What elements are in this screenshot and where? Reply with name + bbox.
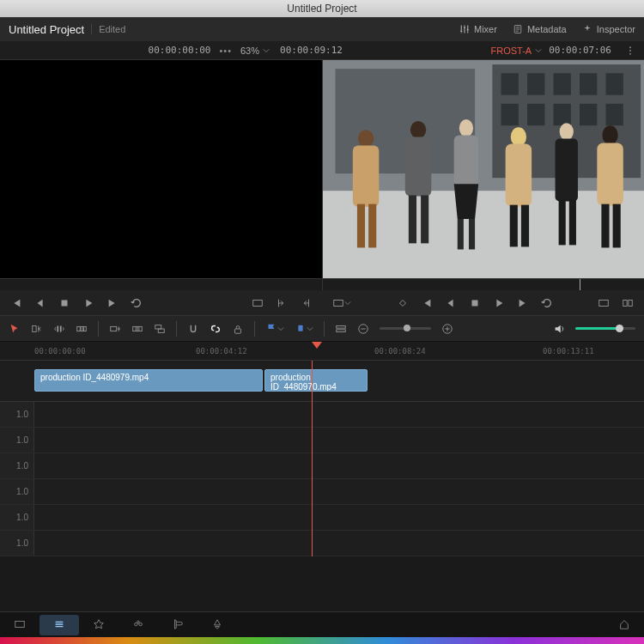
chevron-down-icon (307, 325, 313, 332)
svg-rect-66 (337, 325, 346, 328)
selection-tool[interactable] (9, 323, 21, 335)
mark-in-button[interactable] (276, 297, 288, 309)
split-view-button[interactable] (622, 297, 634, 309)
record-transport (322, 290, 644, 315)
mixer-button[interactable]: Mixer (459, 24, 497, 34)
volume-slider[interactable] (575, 327, 635, 330)
append-button[interactable] (109, 323, 121, 335)
sparkle-icon (582, 24, 592, 34)
svg-rect-16 (501, 104, 518, 125)
svg-point-30 (459, 119, 472, 137)
audio-track-row[interactable]: 1.0 (0, 428, 644, 453)
record-scrubbar[interactable] (323, 278, 645, 290)
lock-button[interactable] (232, 323, 244, 335)
svg-rect-61 (135, 326, 139, 331)
svg-rect-54 (57, 325, 58, 331)
video-track[interactable]: production ID_4480979.mp4 production ID_… (0, 361, 644, 402)
svg-rect-67 (337, 329, 346, 331)
deliver-page-button[interactable] (197, 615, 237, 635)
timeline-view-button[interactable] (335, 323, 347, 335)
fusion-page-button[interactable] (118, 615, 158, 635)
zoom-in-button[interactable] (441, 323, 453, 335)
match-frame-button[interactable] (252, 297, 264, 309)
go-end-button[interactable] (106, 297, 118, 309)
svg-rect-14 (580, 73, 597, 94)
svg-point-2 (467, 29, 469, 31)
timeline-timecode: 00:00:09:12 (280, 45, 343, 56)
go-end-button[interactable] (517, 297, 529, 309)
source-viewer-display[interactable] (0, 60, 322, 278)
svg-rect-44 (601, 204, 609, 248)
svg-rect-36 (509, 205, 517, 247)
svg-point-72 (139, 623, 143, 626)
metadata-button[interactable]: Metadata (513, 24, 567, 34)
svg-rect-11 (501, 73, 518, 94)
trim-tool[interactable] (31, 323, 43, 335)
audio-track-row[interactable]: 1.0 (0, 479, 644, 505)
stop-button[interactable] (58, 297, 70, 309)
timeline-ruler[interactable]: 00:00:00:00 00:00:04:12 00:00:08:24 00:0… (0, 342, 644, 361)
loop-button[interactable] (131, 297, 143, 309)
edit-page-button[interactable] (79, 615, 118, 635)
sliders-icon (459, 24, 470, 34)
track-gain: 1.0 (0, 505, 34, 530)
safe-area-button[interactable] (332, 297, 351, 309)
audio-track-row[interactable]: 1.0 (0, 531, 644, 556)
svg-rect-62 (155, 325, 161, 328)
track-gain: 1.0 (0, 428, 34, 453)
marker-button[interactable] (295, 323, 313, 335)
svg-rect-32 (457, 219, 463, 250)
play-button[interactable] (82, 297, 94, 309)
video-clip[interactable]: production ID_4480970.mp4 (264, 369, 368, 392)
replace-button[interactable] (154, 323, 166, 335)
loop-button[interactable] (541, 297, 553, 309)
svg-rect-20 (605, 104, 623, 125)
track-gain: 1.0 (0, 402, 34, 427)
svg-point-0 (460, 30, 462, 32)
svg-rect-43 (597, 143, 623, 206)
overlay-button[interactable] (598, 297, 610, 309)
svg-rect-28 (408, 195, 416, 243)
svg-rect-49 (471, 300, 477, 306)
play-button[interactable] (493, 297, 505, 309)
step-back-button[interactable] (34, 297, 46, 309)
video-clip[interactable]: production ID_4480979.mp4 (34, 369, 263, 392)
cut-page-button[interactable] (39, 615, 79, 635)
audio-track-row[interactable]: 1.0 (0, 505, 644, 531)
fairlight-page-button[interactable] (158, 615, 197, 635)
media-page-button[interactable] (0, 615, 39, 635)
zoom-out-button[interactable] (357, 323, 369, 335)
svg-point-4 (629, 46, 631, 48)
chevron-down-icon (344, 300, 351, 307)
volume-button[interactable] (553, 323, 565, 335)
flag-button[interactable] (265, 323, 284, 335)
kebab-icon[interactable] (625, 46, 635, 56)
svg-rect-65 (298, 325, 302, 331)
go-start-button[interactable] (10, 297, 22, 309)
more-icon[interactable]: ••• (219, 46, 232, 56)
audio-track-row[interactable]: 1.0 (0, 453, 644, 479)
stop-button[interactable] (469, 297, 481, 309)
step-back-button[interactable] (445, 297, 457, 309)
snap-button[interactable] (187, 323, 199, 335)
titlebar-text: Untitled Project (287, 3, 356, 15)
home-button[interactable] (605, 615, 644, 635)
insert-tool[interactable] (76, 323, 88, 335)
blade-tool[interactable] (53, 323, 65, 335)
zoom-value[interactable]: 63% (240, 46, 259, 56)
track-gain: 1.0 (0, 479, 34, 504)
audio-track-row[interactable]: 1.0 (0, 402, 644, 428)
mark-out-button[interactable] (300, 297, 312, 309)
record-viewer-display[interactable] (323, 60, 645, 278)
source-scrubbar[interactable] (0, 278, 322, 290)
inspector-button[interactable]: Inspector (582, 24, 635, 34)
overwrite-button[interactable] (131, 323, 143, 335)
link-button[interactable] (210, 323, 222, 335)
zoom-slider[interactable] (380, 327, 431, 330)
svg-rect-45 (612, 204, 620, 248)
mark-clip-button[interactable] (397, 297, 409, 309)
record-clip-name[interactable]: FROST-A (490, 46, 542, 56)
svg-point-6 (629, 52, 631, 54)
go-start-button[interactable] (421, 297, 433, 309)
playhead[interactable] (312, 342, 322, 350)
